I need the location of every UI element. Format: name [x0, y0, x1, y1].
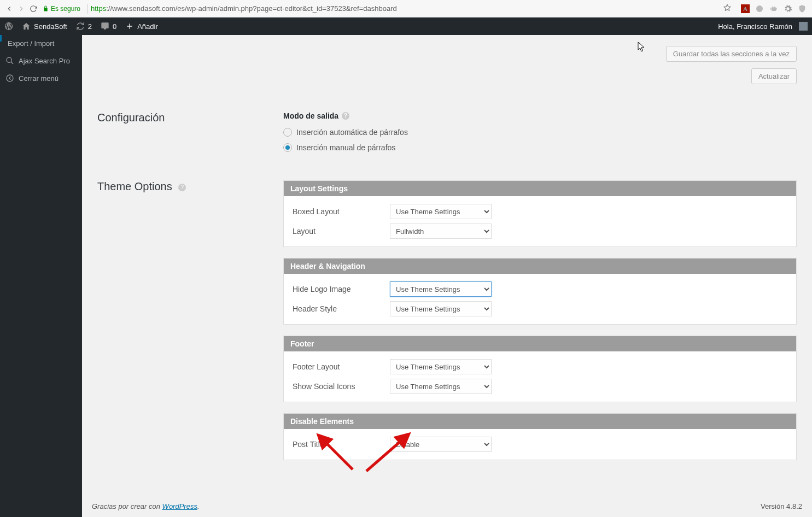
back-button[interactable]: [3, 3, 15, 15]
sidebar-item-export-import[interactable]: Export / Import: [0, 35, 82, 52]
panel-header: Layout Settings: [284, 181, 796, 196]
collapse-icon: [5, 74, 14, 83]
help-icon[interactable]: ?: [178, 184, 186, 191]
updates-icon: [76, 22, 85, 31]
form-select[interactable]: Fullwidth: [390, 224, 492, 239]
ext-icon-2[interactable]: [755, 4, 764, 13]
form-label: Hide Logo Image: [286, 285, 390, 293]
form-select[interactable]: Use Theme Settings: [390, 301, 492, 316]
radio-manual-paragraphs[interactable]: Inserción manual de párrafos: [283, 143, 797, 152]
radio-label: Inserción manual de párrafos: [296, 143, 395, 152]
home-icon: [22, 22, 31, 31]
wp-logo-menu[interactable]: [0, 17, 17, 35]
svg-point-8: [7, 57, 11, 62]
form-label: Post Title: [286, 440, 390, 449]
form-row: LayoutFullwidth: [286, 221, 794, 241]
updates-link[interactable]: 2: [72, 17, 96, 35]
android-ext-icon[interactable]: [769, 4, 778, 13]
site-name-link[interactable]: SendaSoft: [17, 17, 72, 35]
svg-rect-6: [776, 8, 777, 10]
url-text: https://www.sendasoft.com/es/wp-admin/ad…: [91, 4, 397, 13]
sidebar-item-label: Cerrar menú: [19, 74, 59, 83]
add-new-label: Añadir: [137, 22, 158, 31]
form-label: Boxed Layout: [286, 207, 390, 216]
add-new-link[interactable]: Añadir: [121, 17, 162, 35]
svg-rect-5: [770, 8, 771, 10]
addr-divider: [87, 4, 87, 14]
config-title: Configuración: [97, 111, 283, 124]
svg-rect-2: [772, 7, 776, 11]
settings-panel: FooterFooter LayoutUse Theme SettingsSho…: [283, 336, 797, 402]
secure-badge: Es seguro: [43, 5, 80, 13]
plus-icon: [125, 22, 134, 31]
theme-options-title: Theme Options ?: [97, 180, 283, 193]
settings-panel: Header & NavigationHide Logo ImageUse Th…: [283, 258, 797, 325]
form-label: Footer Layout: [286, 362, 390, 371]
avatar: [799, 22, 808, 31]
form-label: Header Style: [286, 304, 390, 313]
panel-header: Disable Elements: [284, 414, 796, 429]
save-all-button[interactable]: Guardar todas las secciones a la vez: [666, 46, 797, 62]
wordpress-icon: [4, 22, 13, 31]
svg-point-3: [772, 6, 773, 7]
panel-header: Footer: [284, 336, 796, 351]
browser-chrome: Es seguro https://www.sendasoft.com/es/w…: [0, 0, 812, 17]
secure-text: Es seguro: [51, 5, 80, 13]
admin-sidebar: Export / Import Ajax Search Pro Cerrar m…: [0, 35, 82, 517]
svg-point-4: [774, 6, 775, 7]
form-row: Header StyleUse Theme Settings: [286, 299, 794, 319]
form-select[interactable]: Use Theme Settings: [390, 204, 492, 219]
form-label: Show Social Icons: [286, 382, 390, 391]
settings-panel: Disable ElementsPost TitleDisable: [283, 413, 797, 460]
svg-point-1: [756, 5, 763, 12]
wordpress-link[interactable]: WordPress: [162, 502, 197, 510]
sidebar-item-collapse[interactable]: Cerrar menú: [0, 69, 82, 87]
form-row: Show Social IconsUse Theme Settings: [286, 377, 794, 396]
sidebar-item-label: Ajax Search Pro: [19, 57, 70, 65]
form-row: Post TitleDisable: [286, 434, 794, 454]
radio-label: Inserción automática de párrafos: [296, 128, 408, 137]
output-mode-heading: Modo de salida ?: [283, 111, 797, 120]
greeting-text: Hola, Francisco Ramón: [718, 22, 792, 31]
radio-icon: [283, 143, 292, 152]
main-content: Guardar todas las secciones a la vez Act…: [82, 35, 812, 517]
form-select[interactable]: Disable: [390, 437, 492, 452]
form-row: Boxed LayoutUse Theme Settings: [286, 202, 794, 221]
settings-panel: Layout SettingsBoxed LayoutUse Theme Set…: [283, 180, 797, 247]
search-icon: [5, 56, 14, 65]
form-select[interactable]: Use Theme Settings: [390, 281, 492, 297]
adobe-ext-icon[interactable]: A: [741, 4, 750, 13]
wp-version: Versión 4.8.2: [761, 502, 802, 510]
lock-icon: [43, 5, 49, 11]
form-select[interactable]: Use Theme Settings: [390, 359, 492, 374]
shield-ext-icon[interactable]: [798, 4, 807, 13]
address-bar[interactable]: Es seguro https://www.sendasoft.com/es/w…: [43, 4, 723, 14]
wp-admin-bar: SendaSoft 2 0 Añadir Hola, Francisco Ram…: [0, 17, 812, 35]
svg-marker-0: [724, 4, 731, 10]
bookmark-star-icon[interactable]: [723, 4, 731, 13]
sidebar-item-label: Export / Import: [8, 39, 54, 48]
help-icon[interactable]: ?: [342, 112, 349, 120]
reload-button[interactable]: [27, 3, 39, 15]
user-greeting[interactable]: Hola, Francisco Ramón: [714, 17, 812, 35]
extension-icons: A: [741, 4, 807, 13]
update-button[interactable]: Actualizar: [751, 68, 797, 84]
site-name-text: SendaSoft: [34, 22, 67, 31]
updates-count: 2: [88, 22, 92, 31]
gear-ext-icon[interactable]: [784, 4, 792, 13]
sidebar-item-ajax-search[interactable]: Ajax Search Pro: [0, 52, 82, 69]
footer-thanks: Gracias por crear con: [92, 502, 162, 510]
radio-auto-paragraphs[interactable]: Inserción automática de párrafos: [283, 128, 797, 137]
comment-icon: [101, 22, 109, 31]
panel-header: Header & Navigation: [284, 258, 796, 274]
form-label: Layout: [286, 227, 390, 236]
form-row: Footer LayoutUse Theme Settings: [286, 357, 794, 377]
admin-footer: Gracias por crear con WordPress. Versión…: [82, 496, 812, 517]
form-row: Hide Logo ImageUse Theme Settings: [286, 279, 794, 299]
svg-point-9: [7, 75, 13, 81]
forward-button[interactable]: [15, 3, 27, 15]
form-select[interactable]: Use Theme Settings: [390, 379, 492, 394]
radio-icon: [283, 128, 292, 137]
comments-count: 0: [113, 22, 116, 31]
comments-link[interactable]: 0: [96, 17, 121, 35]
